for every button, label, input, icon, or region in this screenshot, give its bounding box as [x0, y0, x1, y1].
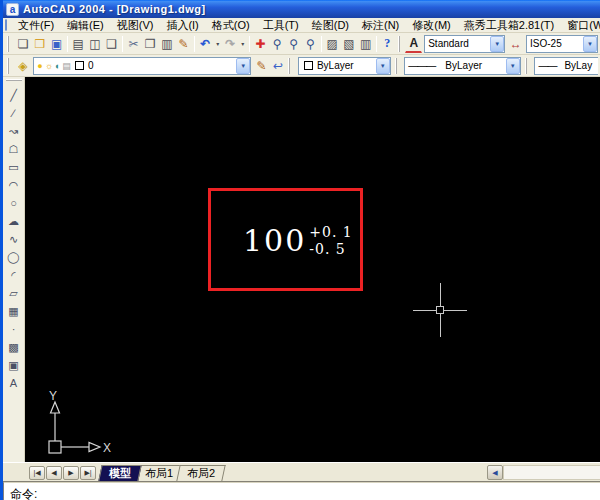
- next-tab-button[interactable]: ▶: [63, 466, 79, 480]
- document-icon[interactable]: [5, 19, 7, 31]
- scrollbar-track[interactable]: [503, 465, 600, 480]
- revision-cloud-icon[interactable]: ☁: [5, 212, 23, 230]
- layer-combo[interactable]: ● ☼ ◐ ▤ 0 ▼: [33, 57, 251, 75]
- hatch-icon[interactable]: ▩: [5, 338, 23, 356]
- undo-icon[interactable]: ↶: [197, 35, 214, 53]
- main-area: ╱ ∕ ↝ ☖ ▭ ◠ ○ ☁ ∿ ◯ ◜ ▱ ▦ · ▩ ▣ A 100 +0…: [3, 77, 600, 462]
- ellipse-icon[interactable]: ◯: [5, 248, 23, 266]
- properties-icon[interactable]: ▨: [324, 35, 341, 53]
- first-tab-button[interactable]: |◀: [29, 466, 45, 480]
- dimension-text[interactable]: 100 +0. 1 -0. 5: [243, 223, 353, 258]
- window-title: AutoCAD 2004 - [Drawing1.dwg]: [23, 3, 206, 15]
- help-icon[interactable]: ?: [379, 35, 396, 53]
- menu-draw[interactable]: 绘图(D): [306, 17, 355, 34]
- match-properties-icon[interactable]: ✎: [175, 35, 192, 53]
- toolbar-grip[interactable]: [398, 36, 403, 52]
- ellipse-arc-icon[interactable]: ◜: [5, 266, 23, 284]
- toolbar-grip[interactable]: [288, 58, 293, 74]
- command-line[interactable]: 命令:: [3, 481, 600, 500]
- zoom-realtime-icon[interactable]: ⚲: [269, 35, 286, 53]
- previous-tab-button[interactable]: ◀: [46, 466, 62, 480]
- chevron-down-icon[interactable]: ▼: [583, 36, 597, 52]
- text-style-icon[interactable]: A: [405, 35, 422, 53]
- publish-icon[interactable]: ❑: [103, 35, 120, 53]
- menu-file[interactable]: 文件(F): [12, 17, 60, 34]
- standard-toolbar: ❏ ❒ ▣ ▤ ◫ ❑ ✂ ❐ ▥ ✎ ↶ ▾ ↷ ▾ ✚ ⚲ ⚲ ⚲ ▨ ▧ …: [3, 33, 600, 55]
- new-file-icon[interactable]: ❏: [15, 35, 32, 53]
- arc-icon[interactable]: ◠: [5, 176, 23, 194]
- tab-layout2[interactable]: 布局2: [176, 465, 226, 481]
- ucs-icon: Y X: [33, 389, 113, 459]
- insert-block-icon[interactable]: ▱: [5, 284, 23, 302]
- cut-icon[interactable]: ✂: [125, 35, 142, 53]
- zoom-window-icon[interactable]: ⚲: [285, 35, 302, 53]
- spline-icon[interactable]: ∿: [5, 230, 23, 248]
- chevron-down-icon[interactable]: ▼: [376, 58, 390, 74]
- scroll-left-icon[interactable]: ◀: [487, 465, 503, 480]
- layer-previous-icon[interactable]: ↩: [270, 57, 287, 75]
- toolbar-grip[interactable]: [7, 58, 12, 74]
- separator: [122, 36, 123, 52]
- dim-style-icon[interactable]: ↔: [507, 35, 524, 53]
- color-combo[interactable]: ByLayer ▼: [298, 57, 391, 75]
- dim-style-combo[interactable]: ISO-25 ▼: [526, 35, 598, 53]
- chevron-down-icon[interactable]: ▼: [506, 58, 520, 74]
- last-tab-button[interactable]: ▶|: [80, 466, 96, 480]
- rectangle-icon[interactable]: ▭: [5, 158, 23, 176]
- drawing-canvas[interactable]: 100 +0. 1 -0. 5 Y X: [25, 77, 600, 462]
- designcenter-icon[interactable]: ▧: [341, 35, 358, 53]
- tool-palettes-icon[interactable]: ▥: [357, 35, 374, 53]
- toolbar-grip[interactable]: [6, 79, 22, 84]
- text-style-combo[interactable]: Standard ▼: [424, 35, 505, 53]
- multiline-text-icon[interactable]: A: [5, 374, 23, 392]
- layout-tabs: 模型 布局1 布局2: [100, 464, 220, 481]
- layer-lock-icon[interactable]: ◐: [55, 61, 60, 71]
- circle-icon[interactable]: ○: [5, 194, 23, 212]
- menu-view[interactable]: 视图(V): [111, 17, 160, 34]
- redo-dropdown-icon[interactable]: ▾: [239, 35, 247, 53]
- line-icon[interactable]: ╱: [5, 86, 23, 104]
- menu-insert[interactable]: 插入(I): [160, 17, 204, 34]
- point-icon[interactable]: ·: [5, 320, 23, 338]
- menu-yanxiu-toolbox[interactable]: 燕秀工具箱2.81(T): [458, 17, 560, 34]
- separator: [194, 36, 195, 52]
- undo-dropdown-icon[interactable]: ▾: [214, 35, 222, 53]
- linetype-sample: ———: [408, 60, 435, 71]
- chevron-down-icon[interactable]: ▼: [490, 36, 504, 52]
- menu-format[interactable]: 格式(O): [206, 17, 256, 34]
- menu-dimension[interactable]: 标注(N): [356, 17, 405, 34]
- layer-color-swatch: [75, 61, 84, 70]
- lineweight-combo[interactable]: —— ByLay: [534, 57, 598, 75]
- layer-on-icon[interactable]: ●: [37, 61, 42, 71]
- plot-icon[interactable]: ▤: [70, 35, 87, 53]
- menu-edit[interactable]: 编辑(E): [61, 17, 110, 34]
- menu-bar: 文件(F) 编辑(E) 视图(V) 插入(I) 格式(O) 工具(T) 绘图(D…: [3, 18, 600, 33]
- region-icon[interactable]: ▣: [5, 356, 23, 374]
- open-icon[interactable]: ❒: [31, 35, 48, 53]
- zoom-previous-icon[interactable]: ⚲: [302, 35, 319, 53]
- construction-line-icon[interactable]: ∕: [5, 104, 23, 122]
- plot-preview-icon[interactable]: ◫: [87, 35, 104, 53]
- make-layer-current-icon[interactable]: ✎: [253, 57, 270, 75]
- menu-modify[interactable]: 修改(M): [406, 17, 457, 34]
- polyline-icon[interactable]: ↝: [5, 122, 23, 140]
- chevron-down-icon[interactable]: ▼: [236, 58, 250, 74]
- menu-tools[interactable]: 工具(T): [257, 17, 305, 34]
- paste-icon[interactable]: ▥: [159, 35, 176, 53]
- redo-icon[interactable]: ↷: [222, 35, 239, 53]
- make-block-icon[interactable]: ▦: [5, 302, 23, 320]
- toolbar-grip[interactable]: [525, 58, 530, 74]
- copy-icon[interactable]: ❐: [142, 35, 159, 53]
- layer-plot-icon[interactable]: ▤: [62, 61, 71, 71]
- lineweight-sample: ——: [538, 60, 556, 71]
- layer-freeze-icon[interactable]: ☼: [45, 61, 53, 71]
- pan-icon[interactable]: ✚: [252, 35, 269, 53]
- linetype-combo[interactable]: ——— ByLayer ▼: [404, 57, 520, 75]
- toolbar-grip[interactable]: [7, 36, 12, 52]
- save-icon[interactable]: ▣: [48, 35, 65, 53]
- layers-icon[interactable]: ◈: [15, 57, 32, 75]
- toolbar-grip[interactable]: [395, 58, 400, 74]
- menu-window[interactable]: 窗口(W): [561, 17, 600, 34]
- tab-model[interactable]: 模型: [98, 465, 141, 481]
- polygon-icon[interactable]: ☖: [5, 140, 23, 158]
